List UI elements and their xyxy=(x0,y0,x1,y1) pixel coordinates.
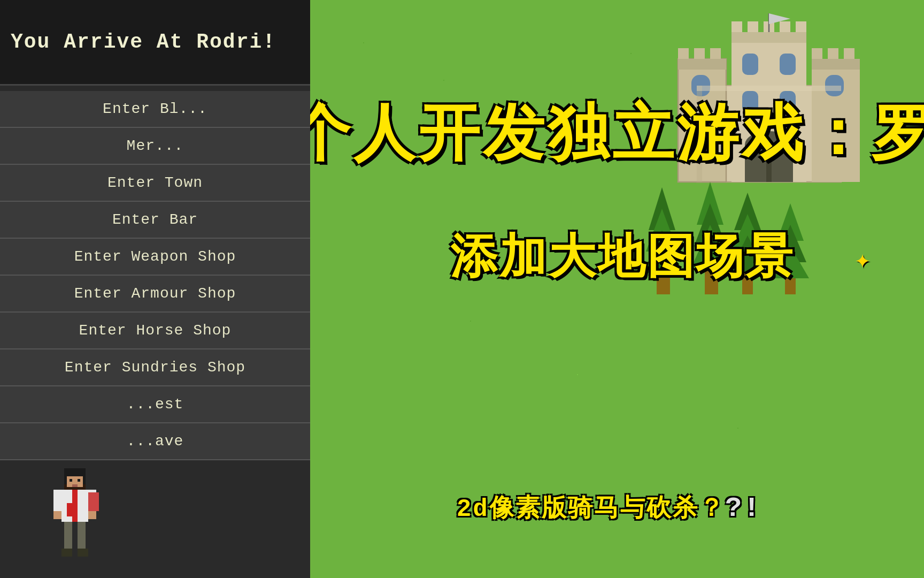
svg-rect-5 xyxy=(70,479,72,482)
trees-sprite xyxy=(646,171,817,300)
svg-rect-18 xyxy=(61,549,72,557)
notification-text: You Arrive At Rodri! xyxy=(11,29,276,55)
svg-marker-64 xyxy=(729,235,766,273)
svg-rect-19 xyxy=(78,549,88,557)
menu-item-enter-armour[interactable]: Enter Armour Shop xyxy=(0,276,310,313)
bottom-text-content: 2d像素版骑马与砍杀？ xyxy=(457,496,725,523)
menu-item-enter-bar[interactable]: Enter Bar xyxy=(0,202,310,239)
svg-rect-10 xyxy=(67,503,72,516)
svg-rect-2 xyxy=(64,468,86,476)
sparkle-right-icon: ✦ xyxy=(854,244,871,276)
menu-item-rest[interactable]: ...est xyxy=(0,386,310,423)
menu-item-mer[interactable]: Mer... xyxy=(0,128,310,165)
svg-rect-50 xyxy=(732,32,806,43)
svg-rect-17 xyxy=(78,522,86,549)
menu-item-enter-sundries[interactable]: Enter Sundries Shop xyxy=(0,349,310,386)
svg-rect-48 xyxy=(678,59,726,70)
svg-rect-41 xyxy=(742,54,758,75)
svg-rect-4 xyxy=(83,476,86,484)
bottom-text: 2d像素版骑马与砍杀？?! xyxy=(310,491,908,524)
svg-rect-13 xyxy=(88,492,99,511)
svg-rect-9 xyxy=(72,490,78,522)
menu-item-enter-town[interactable]: Enter Town xyxy=(0,165,310,202)
svg-rect-11 xyxy=(53,490,61,511)
svg-rect-51 xyxy=(697,86,702,182)
svg-rect-42 xyxy=(780,54,796,75)
svg-rect-43 xyxy=(742,91,758,112)
menu-item-save[interactable]: ...ave xyxy=(0,423,310,460)
player-character xyxy=(43,466,107,573)
menu-item-enter-weapon[interactable]: Enter Weapon Shop xyxy=(0,239,310,276)
left-game-panel: You Arrive At Rodri! Enter Bl... Mer... … xyxy=(0,0,310,578)
svg-rect-49 xyxy=(812,59,860,70)
menu-item-enter-horse[interactable]: Enter Horse Shop xyxy=(0,313,310,349)
notification-bar: You Arrive At Rodri! xyxy=(0,0,310,86)
svg-rect-6 xyxy=(78,479,80,482)
question-mark: ?! xyxy=(725,493,761,524)
sub-title: 添加大地图场景 xyxy=(321,225,924,288)
svg-rect-3 xyxy=(64,476,67,484)
svg-rect-16 xyxy=(64,522,72,549)
svg-rect-14 xyxy=(53,511,61,519)
right-map-panel: 个人开发独立游戏：罗德里 ✦ 添加大地图场景 ✦ 2d像素版骑马与砍杀？?! xyxy=(310,0,924,578)
menu-container: Enter Bl... Mer... Enter Town Enter Bar … xyxy=(0,86,310,466)
svg-rect-44 xyxy=(780,91,796,112)
svg-rect-52 xyxy=(697,86,841,91)
menu-item-enter-bl[interactable]: Enter Bl... xyxy=(0,91,310,128)
svg-rect-15 xyxy=(88,511,96,519)
svg-rect-7 xyxy=(72,484,78,487)
